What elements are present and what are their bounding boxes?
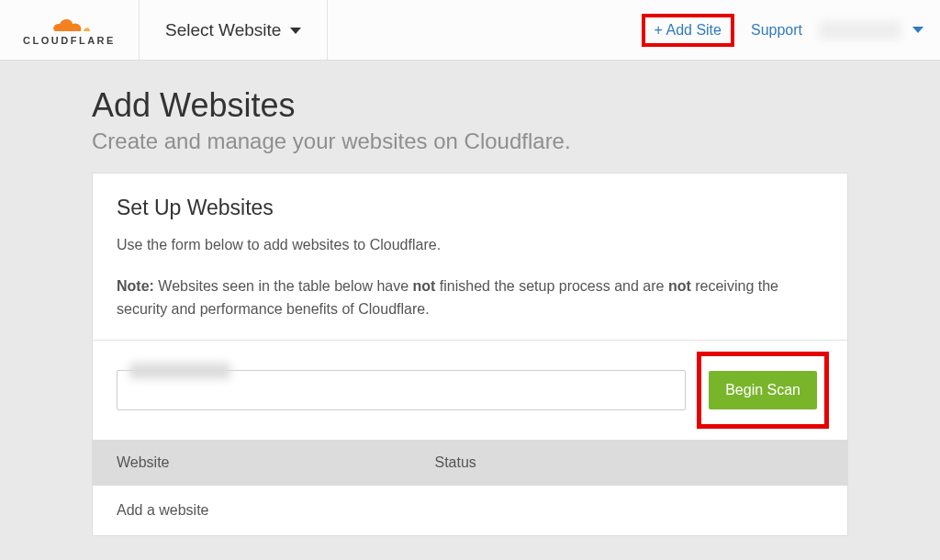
table-empty-row: Add a website	[93, 486, 847, 535]
website-selector-label: Select Website	[165, 20, 281, 40]
logo-container: CLOUDFLARE	[0, 0, 140, 60]
main-content: Add Websites Create and manage your webs…	[0, 61, 940, 536]
support-link[interactable]: Support	[751, 22, 802, 39]
setup-card: Set Up Websites Use the form below to ad…	[92, 173, 848, 536]
caret-down-icon	[912, 27, 923, 33]
setup-note: Note: Websites seen in the table below h…	[117, 275, 823, 321]
note-text-1: Websites seen in the table below have	[154, 278, 413, 294]
cloudflare-logo[interactable]: CLOUDFLARE	[23, 15, 116, 46]
begin-scan-highlight: Begin Scan	[697, 352, 829, 429]
add-site-link[interactable]: + Add Site	[649, 15, 727, 45]
note-bold-2: not	[668, 278, 691, 294]
caret-down-icon	[290, 28, 301, 34]
setup-intro: Use the form below to add websites to Cl…	[117, 237, 823, 253]
top-navigation: CLOUDFLARE Select Website + Add Site Sup…	[0, 0, 940, 61]
add-site-highlight: + Add Site	[642, 14, 734, 47]
website-selector-dropdown[interactable]: Select Website	[140, 0, 328, 60]
empty-row-text: Add a website	[117, 502, 209, 518]
scan-row: Begin Scan	[93, 340, 847, 440]
card-body: Set Up Websites Use the form below to ad…	[93, 174, 847, 340]
logo-text: CLOUDFLARE	[23, 35, 116, 46]
column-header-website: Website	[117, 454, 435, 471]
user-email-obscured	[819, 21, 901, 39]
note-label: Note:	[117, 278, 154, 294]
table-header: Website Status	[93, 440, 847, 486]
domain-input[interactable]	[117, 370, 686, 410]
note-bold-1: not	[413, 278, 436, 294]
page-title: Add Websites	[92, 86, 848, 125]
column-header-status: Status	[435, 454, 824, 471]
begin-scan-button[interactable]: Begin Scan	[709, 371, 817, 409]
page-subtitle: Create and manage your websites on Cloud…	[92, 129, 848, 154]
note-text-2: finished the setup process and are	[435, 278, 668, 294]
user-account-dropdown[interactable]	[819, 21, 923, 39]
top-links: + Add Site Support	[642, 14, 940, 47]
cloud-icon	[44, 15, 95, 35]
setup-heading: Set Up Websites	[117, 196, 823, 220]
